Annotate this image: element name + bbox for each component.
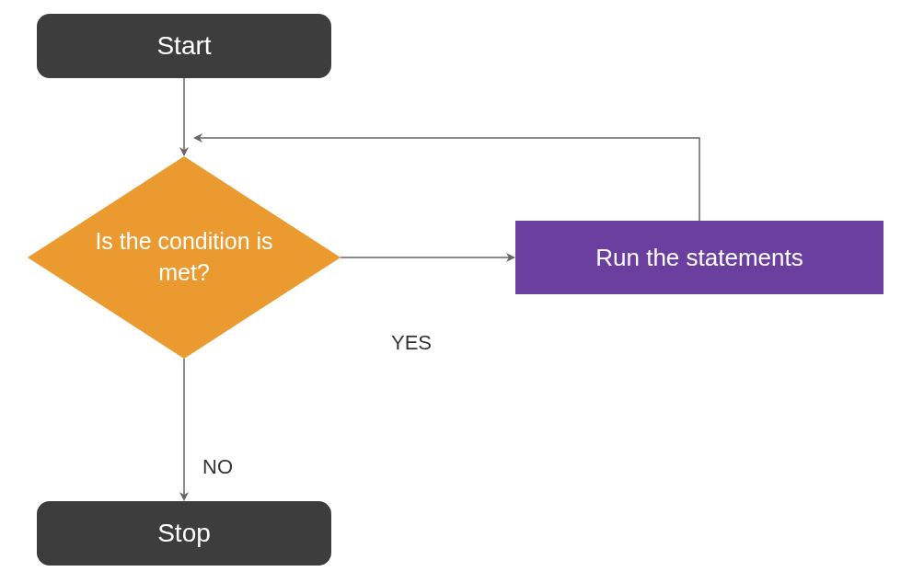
start-label: Start bbox=[156, 31, 211, 61]
decision-label: Is the condition is met? bbox=[28, 156, 341, 359]
start-node: Start bbox=[37, 14, 331, 78]
edge-label-no: NO bbox=[202, 455, 233, 479]
process-node: Run the statements bbox=[515, 221, 884, 294]
stop-label: Stop bbox=[157, 519, 211, 548]
stop-node: Stop bbox=[37, 501, 331, 566]
edge-label-yes: YES bbox=[391, 331, 432, 355]
process-label: Run the statements bbox=[595, 244, 803, 272]
decision-node: Is the condition is met? bbox=[28, 156, 341, 359]
